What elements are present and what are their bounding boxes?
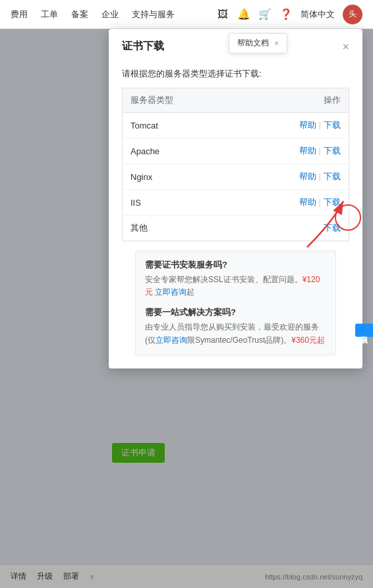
action-cell: 下载 bbox=[237, 216, 349, 241]
table-header-row: 服务器类型 操作 bbox=[123, 88, 349, 113]
bell-icon[interactable]: 🔔 bbox=[237, 8, 250, 21]
promo-full-price2: ¥360元起 bbox=[291, 336, 325, 345]
cert-download-modal: 证书下载 × 请根据您的服务器类型选择证书下载: 服务器类型 操作 Tomcat… bbox=[109, 29, 362, 368]
server-type-cell: Apache bbox=[123, 138, 237, 164]
action-divider: | bbox=[319, 146, 321, 156]
download-link-iis[interactable]: 下载 bbox=[324, 197, 341, 207]
promo-full-desc: 由专业人员指导您从购买到安装，最受欢迎的服务(仅立即咨询限Symantec/Ge… bbox=[145, 321, 326, 346]
nav-item-support[interactable]: 支持与服务 bbox=[132, 9, 175, 20]
nav-item-enterprise[interactable]: 企业 bbox=[101, 9, 119, 20]
action-cell: 帮助|下载 bbox=[237, 138, 349, 164]
nav-item-filing[interactable]: 备案 bbox=[71, 9, 88, 20]
nav-item-tickets[interactable]: 工单 bbox=[41, 9, 58, 20]
server-type-table: 服务器类型 操作 Tomcat帮助|下载Apache帮助|下载Nginx帮助|下… bbox=[122, 88, 349, 241]
modal-instruction: 请根据您的服务器类型选择证书下载: bbox=[122, 68, 349, 80]
action-divider: | bbox=[319, 197, 321, 207]
topnav-icons-group: 🖼 🔔 🛒 ❓ 简体中文 头 bbox=[216, 5, 362, 24]
help-tooltip: 帮助文档 × bbox=[229, 33, 287, 53]
promo-install-service: 需要证书安装服务吗? 安全专家帮您解决SSL证书安装、配置问题。¥120元 立即… bbox=[145, 259, 326, 299]
col-server-type: 服务器类型 bbox=[123, 88, 237, 113]
server-type-cell: IIS bbox=[123, 190, 237, 216]
modal-body: 请根据您的服务器类型选择证书下载: 服务器类型 操作 Tomcat帮助|下载Ap… bbox=[109, 61, 362, 355]
help-link-nginx[interactable]: 帮助 bbox=[299, 171, 316, 181]
table-row: Tomcat帮助|下载 bbox=[123, 113, 349, 138]
promo-install-title: 需要证书安装服务吗? bbox=[145, 259, 326, 271]
image-icon[interactable]: 🖼 bbox=[216, 8, 229, 21]
table-row: Apache帮助|下载 bbox=[123, 138, 349, 164]
promo-install-desc-before: 安全专家帮您解决SSL证书安装、配置问题。 bbox=[145, 275, 302, 284]
modal-title: 证书下载 bbox=[122, 40, 164, 53]
promo-full-consult-link[interactable]: 立即咨询 bbox=[156, 336, 187, 345]
promo-install-consult-link[interactable]: 立即咨询 bbox=[155, 287, 186, 297]
col-action: 操作 bbox=[237, 88, 349, 113]
table-row: 其他下载 bbox=[123, 216, 349, 241]
download-link-nginx[interactable]: 下载 bbox=[324, 171, 341, 181]
nav-item-fees[interactable]: 费用 bbox=[11, 9, 28, 20]
lang-switcher[interactable]: 简体中文 bbox=[301, 9, 335, 20]
download-link-tomcat[interactable]: 下载 bbox=[324, 120, 341, 130]
server-type-cell: Nginx bbox=[123, 164, 237, 190]
top-navigation: 费用 工单 备案 企业 支持与服务 🖼 🔔 🛒 ❓ 简体中文 头 bbox=[0, 0, 373, 29]
table-row: IIS帮助|下载 bbox=[123, 190, 349, 216]
help-tooltip-label: 帮助文档 bbox=[237, 38, 269, 49]
promo-install-after: 起 bbox=[186, 287, 194, 297]
server-type-cell: 其他 bbox=[123, 216, 237, 241]
promo-box: 需要证书安装服务吗? 安全专家帮您解决SSL证书安装、配置问题。¥120元 立即… bbox=[135, 250, 336, 355]
promo-full-after: 限Symantec/GeoTrust品牌)。 bbox=[187, 336, 291, 345]
action-divider: | bbox=[319, 120, 321, 130]
action-cell: 帮助|下载 bbox=[237, 113, 349, 138]
promo-full-title: 需要一站式解决方案吗? bbox=[145, 307, 326, 318]
modal-close-button[interactable]: × bbox=[342, 41, 349, 53]
float-contact-cta[interactable]: 联系我们 bbox=[355, 324, 373, 337]
promo-fullsolution: 需要一站式解决方案吗? 由专业人员指导您从购买到安装，最受欢迎的服务(仅立即咨询… bbox=[145, 307, 326, 346]
help-icon[interactable]: ❓ bbox=[279, 8, 293, 21]
help-tooltip-close[interactable]: × bbox=[274, 39, 279, 48]
download-link-apache[interactable]: 下载 bbox=[324, 146, 341, 156]
cart-icon[interactable]: 🛒 bbox=[258, 8, 272, 21]
table-row: Nginx帮助|下载 bbox=[123, 164, 349, 190]
action-cell: 帮助|下载 bbox=[237, 190, 349, 216]
help-link-tomcat[interactable]: 帮助 bbox=[299, 120, 316, 130]
action-cell: 帮助|下载 bbox=[237, 164, 349, 190]
help-link-apache[interactable]: 帮助 bbox=[299, 146, 316, 156]
server-type-cell: Tomcat bbox=[123, 113, 237, 138]
help-link-iis[interactable]: 帮助 bbox=[299, 197, 316, 207]
download-link-其他[interactable]: 下载 bbox=[324, 223, 341, 233]
promo-install-desc: 安全专家帮您解决SSL证书安装、配置问题。¥120元 立即咨询起 bbox=[145, 274, 326, 299]
action-divider: | bbox=[319, 171, 321, 181]
user-avatar[interactable]: 头 bbox=[343, 5, 362, 24]
